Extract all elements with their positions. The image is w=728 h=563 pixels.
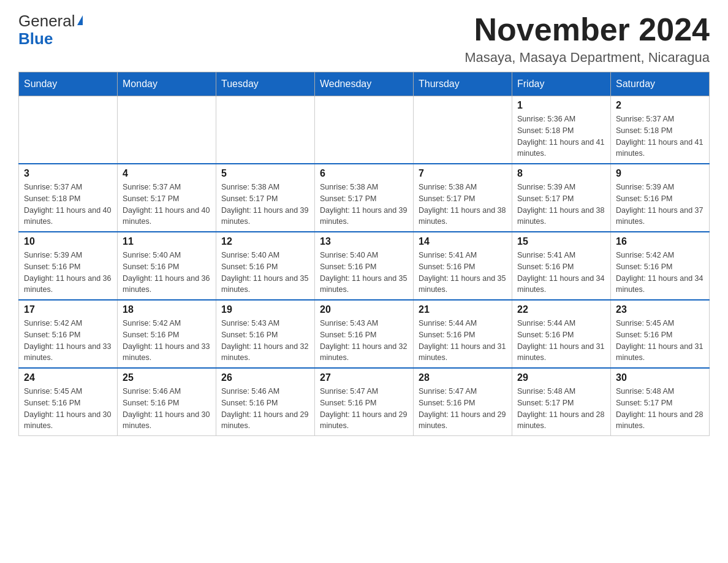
calendar-cell xyxy=(315,96,414,164)
calendar-cell xyxy=(19,96,118,164)
calendar-cell: 5Sunrise: 5:38 AMSunset: 5:17 PMDaylight… xyxy=(216,164,315,232)
calendar-body: 1Sunrise: 5:36 AMSunset: 5:18 PMDaylight… xyxy=(19,96,710,436)
day-info: Sunrise: 5:40 AMSunset: 5:16 PMDaylight:… xyxy=(123,250,211,296)
day-info: Sunrise: 5:46 AMSunset: 5:16 PMDaylight:… xyxy=(123,386,211,432)
day-number: 16 xyxy=(616,236,704,247)
day-info: Sunrise: 5:45 AMSunset: 5:16 PMDaylight:… xyxy=(616,318,704,364)
day-info: Sunrise: 5:36 AMSunset: 5:18 PMDaylight:… xyxy=(517,113,605,159)
weekday-header-row: SundayMondayTuesdayWednesdayThursdayFrid… xyxy=(19,72,710,96)
logo: General Blue xyxy=(18,12,83,47)
calendar-cell xyxy=(216,96,315,164)
day-number: 4 xyxy=(123,168,211,179)
day-info: Sunrise: 5:39 AMSunset: 5:16 PMDaylight:… xyxy=(24,250,112,296)
calendar-cell: 27Sunrise: 5:47 AMSunset: 5:16 PMDayligh… xyxy=(315,368,414,436)
day-number: 2 xyxy=(616,100,704,111)
calendar-cell: 20Sunrise: 5:43 AMSunset: 5:16 PMDayligh… xyxy=(315,300,414,368)
day-info: Sunrise: 5:47 AMSunset: 5:16 PMDaylight:… xyxy=(419,386,507,432)
calendar-week-row: 17Sunrise: 5:42 AMSunset: 5:16 PMDayligh… xyxy=(19,300,710,368)
day-info: Sunrise: 5:41 AMSunset: 5:16 PMDaylight:… xyxy=(419,250,507,296)
calendar-cell: 25Sunrise: 5:46 AMSunset: 5:16 PMDayligh… xyxy=(118,368,216,436)
title-section: November 2024 Masaya, Masaya Department,… xyxy=(464,12,710,66)
calendar-cell: 2Sunrise: 5:37 AMSunset: 5:18 PMDaylight… xyxy=(611,96,710,164)
day-info: Sunrise: 5:41 AMSunset: 5:16 PMDaylight:… xyxy=(517,250,605,296)
calendar-cell: 19Sunrise: 5:43 AMSunset: 5:16 PMDayligh… xyxy=(216,300,315,368)
day-number: 9 xyxy=(616,168,704,179)
day-number: 11 xyxy=(123,236,211,247)
calendar-cell: 29Sunrise: 5:48 AMSunset: 5:17 PMDayligh… xyxy=(512,368,611,436)
calendar-cell: 18Sunrise: 5:42 AMSunset: 5:16 PMDayligh… xyxy=(118,300,216,368)
day-info: Sunrise: 5:42 AMSunset: 5:16 PMDaylight:… xyxy=(616,250,704,296)
calendar-week-row: 24Sunrise: 5:45 AMSunset: 5:16 PMDayligh… xyxy=(19,368,710,436)
day-number: 3 xyxy=(24,168,112,179)
day-info: Sunrise: 5:38 AMSunset: 5:17 PMDaylight:… xyxy=(221,182,309,228)
day-number: 12 xyxy=(221,236,309,247)
calendar-cell: 30Sunrise: 5:48 AMSunset: 5:17 PMDayligh… xyxy=(611,368,710,436)
calendar-cell: 17Sunrise: 5:42 AMSunset: 5:16 PMDayligh… xyxy=(19,300,118,368)
calendar-cell xyxy=(118,96,216,164)
calendar-cell: 15Sunrise: 5:41 AMSunset: 5:16 PMDayligh… xyxy=(512,232,611,300)
calendar-cell: 7Sunrise: 5:38 AMSunset: 5:17 PMDaylight… xyxy=(414,164,512,232)
day-number: 15 xyxy=(517,236,605,247)
day-number: 6 xyxy=(320,168,408,179)
day-info: Sunrise: 5:40 AMSunset: 5:16 PMDaylight:… xyxy=(320,250,408,296)
day-number: 29 xyxy=(517,372,605,383)
day-info: Sunrise: 5:40 AMSunset: 5:16 PMDaylight:… xyxy=(221,250,309,296)
day-number: 26 xyxy=(221,372,309,383)
logo-text: General Blue xyxy=(18,12,83,47)
main-title: November 2024 xyxy=(464,12,710,47)
day-number: 13 xyxy=(320,236,408,247)
logo-blue: Blue xyxy=(18,29,53,48)
calendar-cell: 12Sunrise: 5:40 AMSunset: 5:16 PMDayligh… xyxy=(216,232,315,300)
day-info: Sunrise: 5:48 AMSunset: 5:17 PMDaylight:… xyxy=(616,386,704,432)
calendar-cell: 26Sunrise: 5:46 AMSunset: 5:16 PMDayligh… xyxy=(216,368,315,436)
day-number: 27 xyxy=(320,372,408,383)
calendar-cell: 13Sunrise: 5:40 AMSunset: 5:16 PMDayligh… xyxy=(315,232,414,300)
day-number: 5 xyxy=(221,168,309,179)
subtitle: Masaya, Masaya Department, Nicaragua xyxy=(464,50,710,66)
day-info: Sunrise: 5:39 AMSunset: 5:16 PMDaylight:… xyxy=(616,182,704,228)
weekday-header-tuesday: Tuesday xyxy=(216,72,315,96)
day-number: 21 xyxy=(419,304,507,315)
day-info: Sunrise: 5:42 AMSunset: 5:16 PMDaylight:… xyxy=(123,318,211,364)
logo-triangle-icon xyxy=(77,15,83,25)
day-info: Sunrise: 5:48 AMSunset: 5:17 PMDaylight:… xyxy=(517,386,605,432)
day-number: 10 xyxy=(24,236,112,247)
weekday-header-sunday: Sunday xyxy=(19,72,118,96)
weekday-header-friday: Friday xyxy=(512,72,611,96)
calendar-week-row: 1Sunrise: 5:36 AMSunset: 5:18 PMDaylight… xyxy=(19,96,710,164)
day-info: Sunrise: 5:44 AMSunset: 5:16 PMDaylight:… xyxy=(517,318,605,364)
weekday-header-thursday: Thursday xyxy=(414,72,512,96)
calendar-cell: 24Sunrise: 5:45 AMSunset: 5:16 PMDayligh… xyxy=(19,368,118,436)
day-info: Sunrise: 5:37 AMSunset: 5:17 PMDaylight:… xyxy=(123,182,211,228)
day-number: 23 xyxy=(616,304,704,315)
day-number: 22 xyxy=(517,304,605,315)
day-info: Sunrise: 5:46 AMSunset: 5:16 PMDaylight:… xyxy=(221,386,309,432)
calendar-week-row: 10Sunrise: 5:39 AMSunset: 5:16 PMDayligh… xyxy=(19,232,710,300)
day-info: Sunrise: 5:47 AMSunset: 5:16 PMDaylight:… xyxy=(320,386,408,432)
calendar-cell: 8Sunrise: 5:39 AMSunset: 5:17 PMDaylight… xyxy=(512,164,611,232)
calendar-cell: 3Sunrise: 5:37 AMSunset: 5:18 PMDaylight… xyxy=(19,164,118,232)
calendar-cell: 1Sunrise: 5:36 AMSunset: 5:18 PMDaylight… xyxy=(512,96,611,164)
day-number: 30 xyxy=(616,372,704,383)
calendar-cell: 28Sunrise: 5:47 AMSunset: 5:16 PMDayligh… xyxy=(414,368,512,436)
day-number: 1 xyxy=(517,100,605,111)
day-number: 8 xyxy=(517,168,605,179)
day-number: 28 xyxy=(419,372,507,383)
calendar-header: SundayMondayTuesdayWednesdayThursdayFrid… xyxy=(19,72,710,96)
day-info: Sunrise: 5:42 AMSunset: 5:16 PMDaylight:… xyxy=(24,318,112,364)
day-number: 14 xyxy=(419,236,507,247)
day-info: Sunrise: 5:37 AMSunset: 5:18 PMDaylight:… xyxy=(24,182,112,228)
calendar-cell xyxy=(414,96,512,164)
day-info: Sunrise: 5:43 AMSunset: 5:16 PMDaylight:… xyxy=(320,318,408,364)
calendar-cell: 22Sunrise: 5:44 AMSunset: 5:16 PMDayligh… xyxy=(512,300,611,368)
calendar-cell: 6Sunrise: 5:38 AMSunset: 5:17 PMDaylight… xyxy=(315,164,414,232)
day-number: 20 xyxy=(320,304,408,315)
day-number: 24 xyxy=(24,372,112,383)
logo-general: General xyxy=(18,12,75,30)
weekday-header-saturday: Saturday xyxy=(611,72,710,96)
day-info: Sunrise: 5:39 AMSunset: 5:17 PMDaylight:… xyxy=(517,182,605,228)
weekday-header-monday: Monday xyxy=(118,72,216,96)
day-info: Sunrise: 5:38 AMSunset: 5:17 PMDaylight:… xyxy=(320,182,408,228)
day-number: 7 xyxy=(419,168,507,179)
day-info: Sunrise: 5:38 AMSunset: 5:17 PMDaylight:… xyxy=(419,182,507,228)
